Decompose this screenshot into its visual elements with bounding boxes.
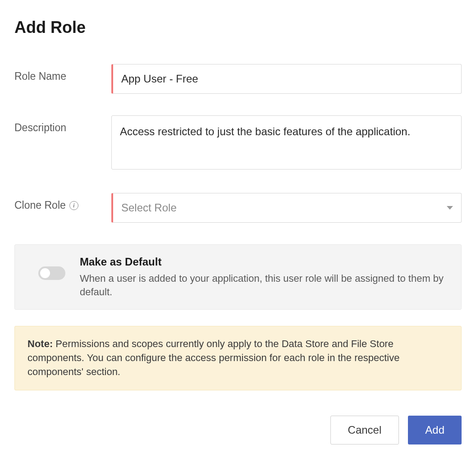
toggle-knob — [40, 268, 50, 278]
role-name-label: Role Name — [14, 64, 111, 82]
clone-role-row: Clone Role i Select Role — [14, 193, 462, 223]
button-row: Cancel Add — [14, 416, 462, 444]
clone-role-placeholder: Select Role — [121, 202, 177, 214]
role-name-input[interactable] — [111, 64, 462, 94]
clone-role-label: Clone Role i — [14, 193, 111, 211]
cancel-button[interactable]: Cancel — [330, 416, 399, 444]
page-title: Add Role — [14, 18, 462, 37]
description-label: Description — [14, 115, 111, 134]
clone-role-select[interactable]: Select Role — [111, 193, 462, 223]
clone-role-label-text: Clone Role — [14, 199, 66, 211]
note-panel: Note: Permissions and scopes currently o… — [14, 326, 462, 390]
role-name-row: Role Name — [14, 64, 462, 94]
make-default-description: When a user is added to your application… — [80, 272, 449, 298]
info-icon[interactable]: i — [69, 201, 78, 210]
description-input[interactable]: Access restricted to just the basic feat… — [111, 115, 462, 170]
description-row: Description Access restricted to just th… — [14, 115, 462, 171]
chevron-down-icon — [447, 206, 453, 210]
note-label: Note: — [27, 338, 53, 349]
make-default-title: Make as Default — [80, 256, 449, 268]
make-default-panel: Make as Default When a user is added to … — [14, 244, 462, 310]
make-default-toggle[interactable] — [38, 266, 65, 280]
add-button[interactable]: Add — [408, 416, 462, 444]
note-text: Permissions and scopes currently only ap… — [27, 338, 399, 377]
